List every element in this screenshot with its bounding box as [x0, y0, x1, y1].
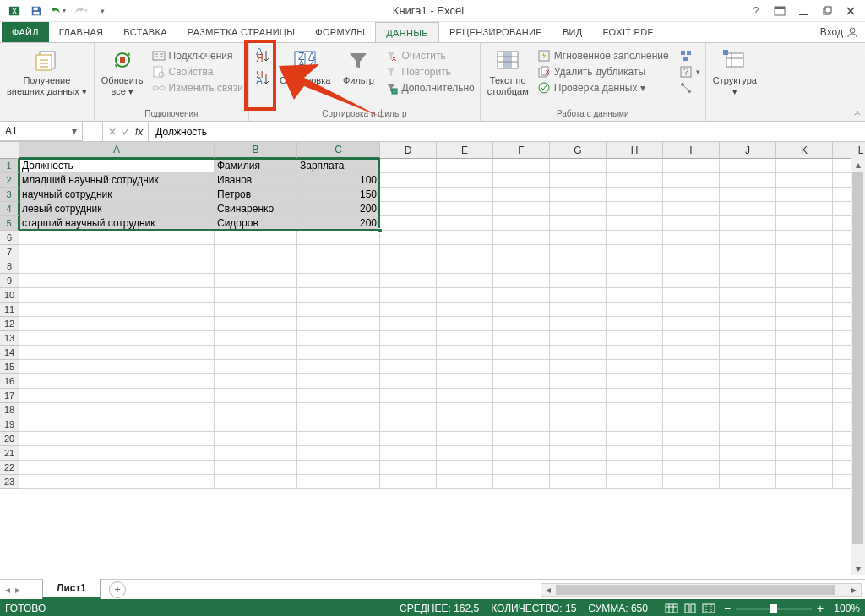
cell[interactable]: [19, 475, 215, 489]
cell[interactable]: [720, 274, 776, 288]
cell[interactable]: [607, 317, 663, 331]
tab-page-layout[interactable]: РАЗМЕТКА СТРАНИЦЫ: [177, 22, 306, 42]
cell[interactable]: [607, 288, 663, 303]
cell[interactable]: [297, 259, 380, 274]
cell[interactable]: [550, 446, 607, 461]
cell[interactable]: [663, 188, 720, 202]
cell[interactable]: [663, 432, 720, 446]
cell[interactable]: 200: [297, 216, 380, 231]
cell[interactable]: [663, 159, 720, 173]
cell[interactable]: [720, 331, 776, 346]
cell[interactable]: [380, 417, 437, 432]
cell[interactable]: [437, 346, 493, 360]
col-header-A[interactable]: A: [19, 142, 215, 159]
cell[interactable]: [215, 303, 297, 317]
cell[interactable]: [550, 231, 607, 245]
cell[interactable]: [493, 403, 550, 417]
cell[interactable]: [215, 274, 297, 288]
enter-formula-icon[interactable]: ✓: [122, 126, 130, 138]
vertical-scrollbar[interactable]: ▴ ▾: [851, 158, 865, 575]
cell[interactable]: Фамилия: [215, 159, 297, 173]
cell[interactable]: [215, 389, 297, 403]
sort-button[interactable]: ZAAZ Сортировка: [276, 45, 334, 88]
connections-button[interactable]: Подключения: [150, 48, 245, 63]
cell[interactable]: [607, 403, 663, 417]
cell[interactable]: [297, 245, 380, 259]
sort-asc-button[interactable]: АЯ: [254, 48, 271, 66]
cell[interactable]: Должность: [19, 159, 215, 173]
cell[interactable]: [776, 216, 833, 231]
cell[interactable]: [493, 159, 550, 173]
cell[interactable]: [380, 331, 437, 346]
cell[interactable]: [437, 245, 493, 259]
cell[interactable]: [215, 475, 297, 489]
cell[interactable]: [493, 417, 550, 432]
cell[interactable]: [776, 202, 833, 216]
cell[interactable]: [19, 432, 215, 446]
cell[interactable]: [215, 231, 297, 245]
cell[interactable]: [493, 259, 550, 274]
cell[interactable]: [493, 475, 550, 489]
col-header-L[interactable]: L: [833, 142, 865, 159]
cell[interactable]: [380, 360, 437, 374]
cell[interactable]: [663, 475, 720, 489]
fill-handle[interactable]: [378, 228, 383, 233]
cell[interactable]: [607, 417, 663, 432]
cell[interactable]: [297, 317, 380, 331]
cell[interactable]: [19, 346, 215, 360]
row-header-15[interactable]: 15: [0, 360, 19, 374]
cell[interactable]: [607, 360, 663, 374]
cell[interactable]: [437, 417, 493, 432]
tab-home[interactable]: ГЛАВНАЯ: [49, 22, 114, 42]
cell[interactable]: [493, 274, 550, 288]
cell[interactable]: [19, 417, 215, 432]
cell[interactable]: [607, 475, 663, 489]
cell[interactable]: [493, 245, 550, 259]
cell[interactable]: [776, 446, 833, 461]
cell[interactable]: [437, 202, 493, 216]
cell[interactable]: [493, 346, 550, 360]
qat-customize-icon[interactable]: ▾: [93, 2, 112, 20]
undo-icon[interactable]: ▾: [49, 2, 68, 20]
cell[interactable]: [607, 461, 663, 475]
cell[interactable]: [493, 216, 550, 231]
cell[interactable]: [215, 417, 297, 432]
cell[interactable]: [297, 432, 380, 446]
cell[interactable]: [19, 231, 215, 245]
cell[interactable]: [215, 446, 297, 461]
cell[interactable]: [607, 231, 663, 245]
row-header-10[interactable]: 10: [0, 288, 19, 303]
cell[interactable]: [776, 374, 833, 389]
login-link[interactable]: Вход: [813, 22, 865, 42]
cell[interactable]: [776, 346, 833, 360]
row-header-14[interactable]: 14: [0, 346, 19, 360]
cell[interactable]: [663, 461, 720, 475]
row-header-8[interactable]: 8: [0, 259, 19, 274]
cell[interactable]: [19, 403, 215, 417]
view-normal-icon[interactable]: [663, 602, 680, 615]
cell[interactable]: [776, 188, 833, 202]
text-to-columns-button[interactable]: Текст по столбцам: [484, 45, 532, 98]
cell[interactable]: [19, 360, 215, 374]
cell[interactable]: [550, 403, 607, 417]
col-header-K[interactable]: K: [776, 142, 833, 159]
cell[interactable]: [663, 317, 720, 331]
scroll-right-icon[interactable]: ▸: [847, 584, 861, 596]
cell[interactable]: [607, 173, 663, 188]
cell[interactable]: [380, 159, 437, 173]
row-header-19[interactable]: 19: [0, 417, 19, 432]
cell[interactable]: [215, 374, 297, 389]
cell[interactable]: [663, 231, 720, 245]
hscroll-thumb[interactable]: [556, 585, 835, 595]
cell[interactable]: [493, 303, 550, 317]
cell[interactable]: [776, 360, 833, 374]
redo-icon[interactable]: ▾: [71, 2, 90, 20]
cell[interactable]: [550, 417, 607, 432]
cell[interactable]: старший научный сотрудник: [19, 216, 215, 231]
cell[interactable]: [19, 288, 215, 303]
cell[interactable]: [663, 360, 720, 374]
cell[interactable]: [776, 432, 833, 446]
cell[interactable]: [437, 446, 493, 461]
row-header-20[interactable]: 20: [0, 432, 19, 446]
cell[interactable]: 200: [297, 202, 380, 216]
